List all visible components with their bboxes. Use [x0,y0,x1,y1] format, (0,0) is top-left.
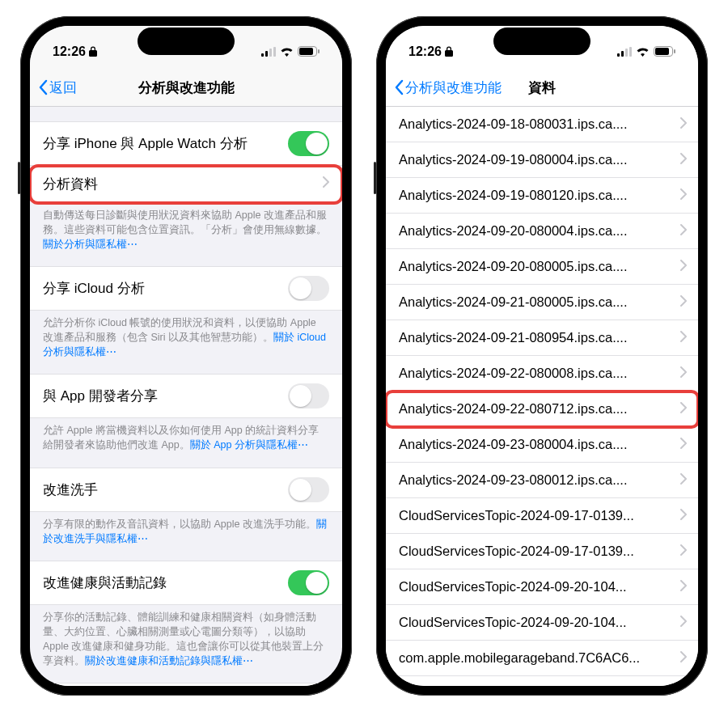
footer-note-1: 自動傳送每日診斷與使用狀況資料來協助 Apple 改進產品和服務。這些資料可能包… [30,203,342,252]
file-row[interactable]: Analytics-2024-09-22-080712.ips.ca.... [386,391,698,427]
cell-label: 與 App 開發者分享 [43,387,158,405]
row-share-iphone-analytics[interactable]: 分享 iPhone 與 Apple Watch 分析 [30,121,342,166]
file-row[interactable]: com.apple.mobilegarageband.7C6AC6... [386,641,698,676]
chevron-right-icon [680,116,687,132]
row-improve-safety[interactable]: 改進安全性 [30,683,342,685]
file-row[interactable]: Analytics-2024-09-19-080120.ips.ca.... [386,178,698,214]
chevron-right-icon [323,176,329,192]
cell-label: 分享 iPhone 與 Apple Watch 分析 [43,134,248,153]
file-list[interactable]: Analytics-2024-09-18-080031.ips.ca....An… [386,107,698,686]
chevron-right-icon [680,615,687,630]
chevron-right-icon [680,366,687,381]
file-label: CloudServicesTopic-2024-09-17-0139... [399,544,634,559]
row-analytics-data[interactable]: 分析資料 [30,166,342,203]
toggle-share-icloud[interactable] [288,276,329,301]
back-label: 返回 [49,78,77,97]
file-row[interactable]: Analytics-2024-09-20-080004.ips.ca.... [386,214,698,249]
footer-note-3: 允許 Apple 將當機資料以及你如何使用 App 的統計資料分享給開發者來協助… [30,418,342,452]
svg-rect-6 [318,49,320,53]
chevron-right-icon [680,223,687,239]
file-row[interactable]: Analytics-2024-09-21-080954.ips.ca.... [386,320,698,356]
file-label: Analytics-2024-09-23-080012.ips.ca.... [399,472,628,488]
cell-label: 分析資料 [43,175,98,193]
link-analytics-privacy[interactable]: 關於分析與隱私權⋯ [43,239,138,250]
chevron-right-icon [680,472,687,488]
chevron-right-icon [680,152,687,167]
dynamic-island [493,28,590,55]
battery-icon [298,46,320,57]
chevron-right-icon [680,650,687,666]
svg-rect-3 [273,47,276,57]
footer-note-5: 分享你的活動記錄、體能訓練和健康相關資料（如身體活動量、大約位置、心臟相關測量或… [30,605,342,669]
link-app-privacy[interactable]: 關於 App 分析與隱私權⋯ [190,439,308,451]
lock-icon [89,46,97,57]
wifi-icon [280,47,294,57]
battery-icon [654,46,675,57]
footer-note-4: 分享有限的動作及音訊資料，以協助 Apple 改進洗手功能。關於改進洗手與隱私權… [30,512,342,546]
chevron-right-icon [680,544,687,559]
toggle-share-developers[interactable] [288,383,329,408]
chevron-left-icon [394,79,404,95]
svg-rect-0 [261,53,264,57]
file-row[interactable]: Analytics-2024-09-22-080008.ips.ca.... [386,356,698,391]
row-improve-health[interactable]: 改進健康與活動記錄 [30,561,342,605]
settings-content[interactable]: 分享 iPhone 與 Apple Watch 分析 分析資料 自動傳送每日診斷… [30,107,342,686]
file-label: com.apple.mobilegarageband.7C6AC6... [399,650,640,666]
row-improve-handwash[interactable]: 改進洗手 [30,468,342,512]
wifi-icon [636,47,650,57]
svg-rect-7 [617,53,620,57]
back-button[interactable]: 返回 [38,78,77,97]
file-label: Analytics-2024-09-22-080712.ips.ca.... [399,401,628,417]
back-button[interactable]: 分析與改進功能 [394,78,502,97]
file-label: CloudServicesTopic-2024-09-20-104... [399,615,627,630]
chevron-right-icon [680,401,687,417]
file-label: Analytics-2024-09-21-080005.ips.ca.... [399,294,628,310]
nav-bar: 分析與改進功能 資料 [386,70,698,107]
file-label: Analytics-2024-09-19-080004.ips.ca.... [399,152,628,167]
file-row[interactable]: CloudServicesTopic-2024-09-17-0139... [386,498,698,534]
chevron-right-icon [680,437,687,452]
file-row[interactable]: Analytics-2024-09-23-080012.ips.ca.... [386,463,698,498]
file-label: CloudServicesTopic-2024-09-20-104... [399,579,627,595]
file-row[interactable]: CloudServicesTopic-2024-09-20-104... [386,569,698,605]
file-row[interactable]: Analytics-2024-09-23-080004.ips.ca.... [386,427,698,463]
svg-rect-13 [674,49,675,53]
phone-left: 12:26 返回 分析與改進功能 分享 iPhone 與 Apple Watch… [20,16,352,696]
toggle-improve-handwash[interactable] [288,477,329,502]
file-row[interactable]: com.apple.mobilegarageband.A45EFE... [386,676,698,686]
chevron-right-icon [680,294,687,310]
lock-icon [445,46,453,57]
file-label: Analytics-2024-09-21-080954.ips.ca.... [399,330,628,345]
file-row[interactable]: Analytics-2024-09-19-080004.ips.ca.... [386,142,698,178]
svg-rect-5 [299,48,313,55]
svg-rect-12 [655,48,669,55]
file-label: Analytics-2024-09-22-080008.ips.ca.... [399,366,628,381]
svg-rect-1 [265,51,268,57]
link-health-privacy[interactable]: 關於改進健康和活動記錄與隱私權⋯ [85,655,253,667]
file-label: Analytics-2024-09-23-080004.ips.ca.... [399,437,628,452]
row-share-icloud[interactable]: 分享 iCloud 分析 [30,266,342,311]
file-row[interactable]: CloudServicesTopic-2024-09-17-0139... [386,534,698,569]
chevron-right-icon [680,188,687,203]
file-row[interactable]: CloudServicesTopic-2024-09-20-104... [386,605,698,641]
cell-label: 改進洗手 [43,480,98,499]
cellular-icon [261,47,276,57]
file-label: Analytics-2024-09-20-080005.ips.ca.... [399,259,628,274]
file-row[interactable]: Analytics-2024-09-18-080031.ips.ca.... [386,107,698,142]
toggle-share-iphone[interactable] [288,131,329,156]
dynamic-island [138,28,235,55]
back-label: 分析與改進功能 [405,78,502,97]
svg-rect-10 [629,47,632,57]
cell-label: 改進健康與活動記錄 [43,573,167,592]
file-label: Analytics-2024-09-18-080031.ips.ca.... [399,116,628,132]
chevron-right-icon [680,330,687,345]
phone-right: 12:26 分析與改進功能 資料 Analytics-2024-09-18-08… [376,16,708,696]
file-row[interactable]: Analytics-2024-09-20-080005.ips.ca.... [386,249,698,285]
toggle-improve-health[interactable] [288,570,329,595]
svg-rect-8 [621,51,624,57]
chevron-right-icon [680,579,687,595]
chevron-right-icon [680,259,687,274]
row-share-developers[interactable]: 與 App 開發者分享 [30,374,342,418]
file-label: Analytics-2024-09-19-080120.ips.ca.... [399,188,628,203]
file-row[interactable]: Analytics-2024-09-21-080005.ips.ca.... [386,285,698,320]
